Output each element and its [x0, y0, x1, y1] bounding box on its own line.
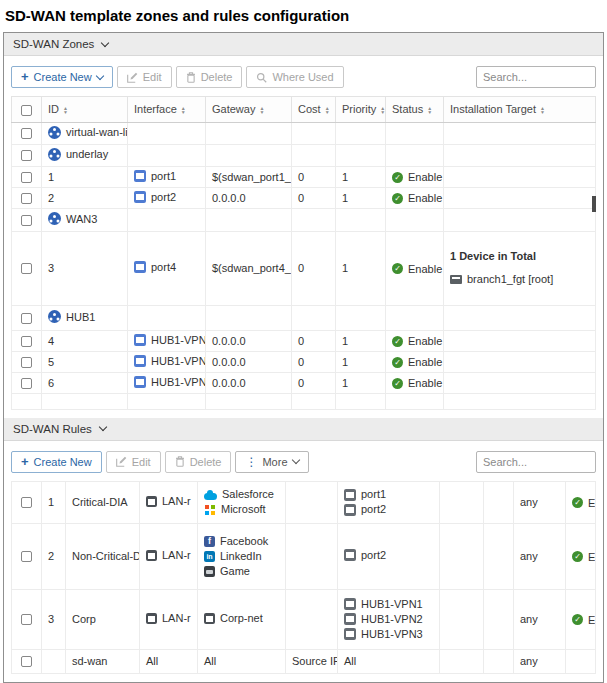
delete-label: Delete: [190, 456, 222, 468]
table-row-member[interactable]: 2 port2 0.0.0.0 0 1 ✓Enable: [12, 187, 596, 208]
column-header-status[interactable]: Status▲▼: [386, 97, 444, 123]
column-header-interface[interactable]: Interface▲▼: [128, 97, 206, 123]
row-checkbox[interactable]: [21, 614, 32, 625]
column-header-id[interactable]: ID▲▼: [42, 97, 128, 123]
row-checkbox[interactable]: [21, 336, 32, 347]
column-header-installation-target[interactable]: Installation Target▲▼: [444, 97, 596, 123]
sdwan-zone-icon: [48, 212, 61, 225]
gateway-value: 0.0.0.0: [206, 187, 292, 208]
interface-icon: [134, 355, 146, 367]
cost-value: 0: [292, 231, 336, 305]
enable-status-icon: ✓: [392, 193, 403, 204]
table-row-member[interactable]: 6 HUB1-VPN3 0.0.0.0 0 1 ✓Enable: [12, 372, 596, 393]
zones-toolbar: + Create New Edit Delete Where Used: [11, 66, 596, 88]
status-label: Enable: [408, 335, 442, 347]
status-label: Enable: [588, 614, 596, 626]
interface-icon: [146, 496, 157, 507]
rule-name: Corp: [66, 589, 140, 649]
source-name: LAN-r: [162, 612, 191, 624]
enable-status-icon: ✓: [572, 551, 583, 562]
edit-pencil-icon: [127, 72, 138, 83]
row-checkbox[interactable]: [21, 172, 32, 183]
rules-more-button[interactable]: ⋮ More: [235, 451, 308, 473]
app-name: Facebook: [220, 535, 268, 548]
sort-icon: ▲▼: [259, 106, 264, 115]
interface-name: HUB1-VPN3: [151, 376, 206, 388]
create-new-label: Create New: [34, 456, 92, 468]
column-header-gateway[interactable]: Gateway▲▼: [206, 97, 292, 123]
row-checkbox[interactable]: [21, 128, 32, 139]
interface-name: port1: [151, 170, 176, 182]
rules-table: 1 Critical-DIA LAN-r Salesforce Microsof…: [11, 481, 596, 674]
rules-delete-button[interactable]: Delete: [165, 451, 232, 473]
rules-edit-button[interactable]: Edit: [106, 451, 161, 473]
zones-search-input[interactable]: [476, 66, 596, 88]
table-row-zone[interactable]: HUB1: [12, 305, 596, 330]
priority-value: 1: [336, 330, 386, 351]
table-row-member[interactable]: 1 port1 $(sdwan_port1_gw) 0 1 ✓Enable: [12, 166, 596, 187]
row-checkbox[interactable]: [21, 215, 32, 226]
zones-section-header[interactable]: SD-WAN Zones: [4, 33, 603, 56]
zones-create-new-button[interactable]: + Create New: [11, 66, 113, 88]
column-header-priority[interactable]: Priority▲▼: [336, 97, 386, 123]
destination-name: All: [198, 649, 286, 673]
trash-icon: [186, 72, 196, 83]
sdwan-zone-icon: [48, 310, 61, 323]
member-id: 3: [42, 231, 128, 305]
select-all-checkbox[interactable]: [21, 105, 32, 116]
zones-where-used-button[interactable]: Where Used: [246, 66, 343, 88]
interface-name: port2: [151, 191, 176, 203]
row-checkbox[interactable]: [21, 263, 32, 274]
member-name: port1: [361, 488, 386, 501]
rules-section-body: + Create New Edit Delete ⋮ More: [4, 441, 603, 682]
row-checkbox[interactable]: [21, 193, 32, 204]
table-row-zone[interactable]: WAN3: [12, 208, 596, 231]
interface-icon: [134, 334, 146, 346]
enable-status-icon: ✓: [392, 263, 403, 274]
table-row-rule[interactable]: 1 Critical-DIA LAN-r Salesforce Microsof…: [12, 481, 596, 523]
cost-value: 0: [292, 372, 336, 393]
status-label: Enable: [588, 551, 596, 563]
row-checkbox[interactable]: [21, 357, 32, 368]
enable-status-icon: ✓: [392, 357, 403, 368]
table-row-zone[interactable]: underlay: [12, 144, 596, 166]
interface-icon: [344, 489, 356, 501]
table-row-rule[interactable]: 3 Corp LAN-r Corp-net HUB1-VPN1 HUB1-VPN…: [12, 589, 596, 649]
rules-create-new-button[interactable]: + Create New: [11, 451, 102, 473]
status-label: Enable: [408, 192, 442, 204]
enable-status-icon: ✓: [392, 378, 403, 389]
table-row-member[interactable]: 4 HUB1-VPN1 0.0.0.0 0 1 ✓Enable: [12, 330, 596, 351]
scrollbar-thumb[interactable]: [592, 196, 596, 212]
chevron-down-icon: [291, 456, 299, 464]
zones-table: ID▲▼ Interface▲▼ Gateway▲▼ Cost▲▼ Priori…: [11, 96, 596, 410]
row-checkbox[interactable]: [21, 378, 32, 389]
table-row-member[interactable]: 5 HUB1-VPN2 0.0.0.0 0 1 ✓Enable: [12, 351, 596, 372]
enable-status-icon: ✓: [572, 497, 583, 508]
row-checkbox[interactable]: [21, 150, 32, 161]
edit-pencil-icon: [116, 456, 127, 467]
row-checkbox[interactable]: [21, 313, 32, 324]
zone-name: underlay: [66, 148, 108, 160]
cost-value: 0: [292, 187, 336, 208]
row-checkbox[interactable]: [21, 497, 32, 508]
column-header-cost[interactable]: Cost▲▼: [292, 97, 336, 123]
app-name: Microsoft: [221, 503, 266, 516]
table-row-member[interactable]: 3 port4 $(sdwan_port4_gw) 0 1 ✓Enable 1 …: [12, 231, 596, 305]
gateway-value: 0.0.0.0: [206, 351, 292, 372]
row-checkbox[interactable]: [21, 551, 32, 562]
row-checkbox[interactable]: [21, 656, 32, 667]
app-name: LinkedIn: [220, 550, 262, 563]
game-icon: [204, 566, 215, 577]
table-row-rule[interactable]: 2 Non-Critical-DIA LAN-r Facebook Linked…: [12, 523, 596, 589]
service-value: any: [514, 523, 566, 589]
rule-id: 1: [42, 481, 66, 523]
zones-edit-button[interactable]: Edit: [117, 66, 172, 88]
rules-search-input[interactable]: [476, 451, 596, 473]
table-row-implicit-rule[interactable]: sd-wan All All Source IP All any: [12, 649, 596, 673]
rules-section-header[interactable]: SD-WAN Rules: [4, 418, 603, 441]
priority-value: 1: [336, 166, 386, 187]
rule-id: 2: [42, 523, 66, 589]
table-row-zone[interactable]: virtual-wan-link: [12, 122, 596, 144]
zones-delete-button[interactable]: Delete: [176, 66, 243, 88]
interface-icon: [134, 191, 146, 203]
